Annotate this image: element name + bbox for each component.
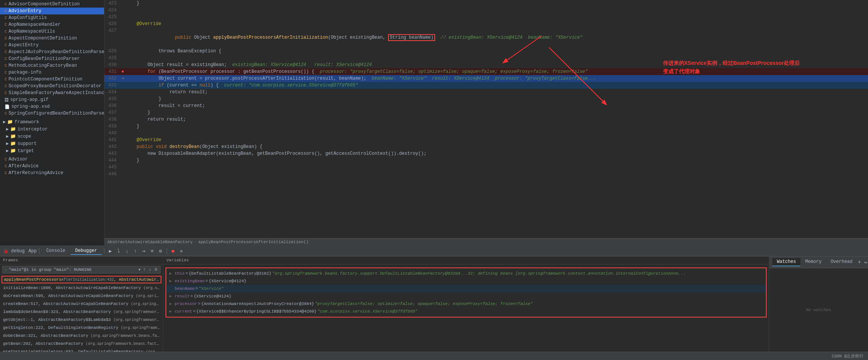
- sidebar-item-aspect-component[interactable]: C AspectComponentDefinition: [0, 35, 104, 42]
- breadcrumb-item-2[interactable]: applyBeanPostProcessorsAfterInitializati…: [198, 240, 308, 244]
- brand-label: CSDN @止步前行: [832, 353, 863, 359]
- var-item-bean-name[interactable]: beanName = "XService": [166, 285, 766, 292]
- code-line-424: 424: [104, 7, 868, 14]
- sidebar-folder-scope[interactable]: ▶ 📁 scope: [0, 133, 104, 140]
- java-file-icon: C: [5, 70, 7, 75]
- java-file-icon: C: [5, 164, 7, 168]
- sidebar-item-method-locating[interactable]: C MethodLocatingFactoryBean: [0, 62, 104, 69]
- step-over-button[interactable]: ⤵: [115, 247, 123, 255]
- java-file-icon: C: [5, 16, 7, 20]
- sidebar-item-aspect-entry[interactable]: C AspectEntry: [0, 42, 104, 49]
- chevron-right-icon: ▶: [6, 148, 9, 154]
- sidebar: C AdvisorComponentDefinition C AdvisorEn…: [0, 0, 104, 245]
- sidebar-item-aop-namespace-utils[interactable]: C AopNamespaceUtils: [0, 28, 104, 35]
- expand-all-button[interactable]: ⇔: [863, 259, 868, 266]
- add-watch-button[interactable]: +: [857, 259, 862, 265]
- sidebar-item-config-bean[interactable]: C ConfigBeanDefinitionParser: [0, 55, 104, 62]
- sidebar-item-pointcut[interactable]: C PointcutComponentDefinition: [0, 76, 104, 83]
- sidebar-item-advisor-component[interactable]: C AdvisorComponentDefinition: [0, 1, 104, 8]
- code-line-436: 436 result = current;: [104, 102, 868, 109]
- code-line-433: 433 if (current == null) { current: "com…: [104, 82, 868, 89]
- variable-list: ▶ this = {DefaultListableBeanFactory@318…: [163, 264, 769, 352]
- sidebar-item-scoped-proxy[interactable]: C ScopedProxyBeanDefinitionDecorator: [0, 83, 104, 90]
- step-into-button[interactable]: ↓: [123, 247, 131, 255]
- running-indicator: ✓: [5, 267, 7, 272]
- close-button[interactable]: ✕: [178, 247, 185, 255]
- java-file-icon: C: [5, 157, 7, 162]
- sidebar-folder-interceptor[interactable]: ▶ 📁 interceptor: [0, 126, 104, 133]
- sidebar-item-simple-bean[interactable]: C SimpleBeanFactoryAwareAspectInstanceFa…: [0, 90, 104, 96]
- frame-item-4[interactable]: lambda$doGetBean$0:323, AbstractBeanFact…: [0, 308, 163, 316]
- watches-panel: Watches Memory Overhead + ⇔ No watches: [769, 256, 868, 352]
- var-item-processor[interactable]: ▶ processor = {AnnotationAwareAspectJAut…: [166, 300, 766, 308]
- code-line-446: 446: [104, 171, 868, 178]
- tab-debugger[interactable]: Debugger: [71, 247, 102, 255]
- code-editor: 423 } 424 425: [104, 0, 868, 245]
- frame-item-5[interactable]: getObject:-1, AbstractBeanFactory$$Lambd…: [0, 316, 163, 324]
- sidebar-item-advisor[interactable]: C Advisor: [0, 156, 104, 163]
- code-line-434: 434 return result;: [104, 89, 868, 96]
- java-file-icon: C: [5, 63, 7, 68]
- frame-item-1[interactable]: initializeBean:1800, AbstractAutowireCap…: [0, 284, 163, 292]
- var-item-result[interactable]: ▶ result = {XService@4124}: [166, 292, 766, 300]
- tab-memory[interactable]: Memory: [800, 258, 826, 266]
- var-item-this[interactable]: ▶ this = {DefaultListableBeanFactory@318…: [166, 270, 766, 277]
- code-line-438: 438 return result;: [104, 116, 868, 123]
- sidebar-folder-framework[interactable]: ▶ 📁 framework: [0, 118, 104, 126]
- frame-item-7[interactable]: doGetBean:321, AbstractBeanFactory (org.…: [0, 332, 163, 340]
- breadcrumb-item-1[interactable]: AbstractAutowireCapableBeanFactory: [107, 240, 193, 244]
- step-out-button[interactable]: ↑: [132, 247, 139, 255]
- code-line-425: 425: [104, 14, 868, 20]
- sidebar-item-aop-namespace-handler[interactable]: C AopNamespaceHandler: [0, 21, 104, 28]
- thread-dropdown[interactable]: ✓ "main"@1 in group "main": RUNNING ▼ ↑ …: [2, 266, 161, 274]
- step-down-icon[interactable]: ↓: [148, 267, 152, 272]
- sidebar-item-advisor-entry[interactable]: C AdvisorEntry: [0, 8, 104, 14]
- watches-header: Watches Memory Overhead + ⇔: [769, 256, 868, 268]
- java-file-icon: C: [5, 111, 7, 116]
- sidebar-item-package-info[interactable]: C package-info: [0, 69, 104, 76]
- filter-icon[interactable]: ≡: [154, 267, 158, 272]
- watches-empty-state: No watches: [769, 268, 868, 352]
- settings-button[interactable]: ⚙: [157, 247, 164, 255]
- stop-button[interactable]: ■: [169, 247, 177, 255]
- step-up-icon[interactable]: ↑: [142, 267, 146, 272]
- var-item-existing-bean[interactable]: ▶ existingBean = {XService@4124}: [166, 277, 766, 285]
- resume-button[interactable]: ▶: [107, 247, 114, 255]
- folder-icon: 📁: [10, 141, 16, 146]
- code-line-429: 429: [104, 55, 868, 61]
- java-file-icon: C: [5, 57, 7, 61]
- frame-item-active[interactable]: applyBeanPostProcessorsAfterInitializati…: [2, 276, 161, 283]
- frame-item-3[interactable]: createBean:517, AbstractAutowireCapableB…: [0, 300, 163, 308]
- debug-label: debug: [11, 248, 25, 254]
- code-line-430: 430 Object result = existingBean; existi…: [104, 61, 868, 68]
- sidebar-item-spring-aop-xsd[interactable]: 📄 spring-aop.xsd: [0, 103, 104, 110]
- sidebar-item-aop-config[interactable]: C AopConfigUtils: [0, 14, 104, 21]
- folder-icon: 📁: [10, 126, 16, 132]
- frame-item-8[interactable]: getBean:202, AbstractBeanFactory (org.sp…: [0, 340, 163, 348]
- run-to-cursor-button[interactable]: ⇥: [140, 247, 148, 255]
- toolbar-separator-2: [104, 248, 104, 254]
- chevron-down-icon: ▼: [138, 268, 140, 272]
- sidebar-item-aspectj-auto[interactable]: C AspectJAutoProxyBeanDefinitionParser: [0, 49, 104, 55]
- code-line-441: 441 @Override: [104, 137, 868, 143]
- tab-overhead[interactable]: Overhead: [826, 258, 857, 266]
- tab-watches[interactable]: Watches: [772, 258, 800, 266]
- tab-console[interactable]: Console: [42, 247, 70, 255]
- frame-item-2[interactable]: doCreateBean:595, AbstractAutowireCapabl…: [0, 292, 163, 300]
- sidebar-item-after-returning[interactable]: C AfterReturningAdvice: [0, 170, 104, 176]
- java-file-icon: C: [5, 84, 7, 88]
- sidebar-folder-target[interactable]: ▶ 📁 target: [0, 147, 104, 154]
- sidebar-item-after-advice[interactable]: C AfterAdvice: [0, 163, 104, 170]
- sidebar-folder-support[interactable]: ▶ 📁 support: [0, 140, 104, 147]
- sidebar-item-spring-configured[interactable]: C SpringConfiguredBeanDefinitionParser: [0, 110, 104, 117]
- var-item-current[interactable]: ▶ current = {XService$$EnhancerBySpringC…: [166, 308, 766, 315]
- breadcrumb: AbstractAutowireCapableBeanFactory › app…: [104, 238, 868, 245]
- debug-toolbar: 🐞 debug App Console Debugger ▶ ⤵ ↓ ↑ ⇥ ≡…: [0, 246, 868, 256]
- evaluate-button[interactable]: ≡: [148, 247, 156, 255]
- frame-item-6[interactable]: getSingleton:222, DefaultSingletonBeanRe…: [0, 324, 163, 332]
- sidebar-item-spring-aop-gif[interactable]: 🖼 spring-aop.gif: [0, 96, 104, 103]
- file-icon: 🖼: [5, 97, 9, 102]
- chevron-right-icon: ▶: [6, 126, 9, 132]
- frame-item-9[interactable]: preInstantiateSingletons:882, DefaultLis…: [0, 348, 163, 352]
- debug-area: 🐞 debug App Console Debugger ▶ ⤵ ↓ ↑ ⇥ ≡…: [0, 245, 868, 352]
